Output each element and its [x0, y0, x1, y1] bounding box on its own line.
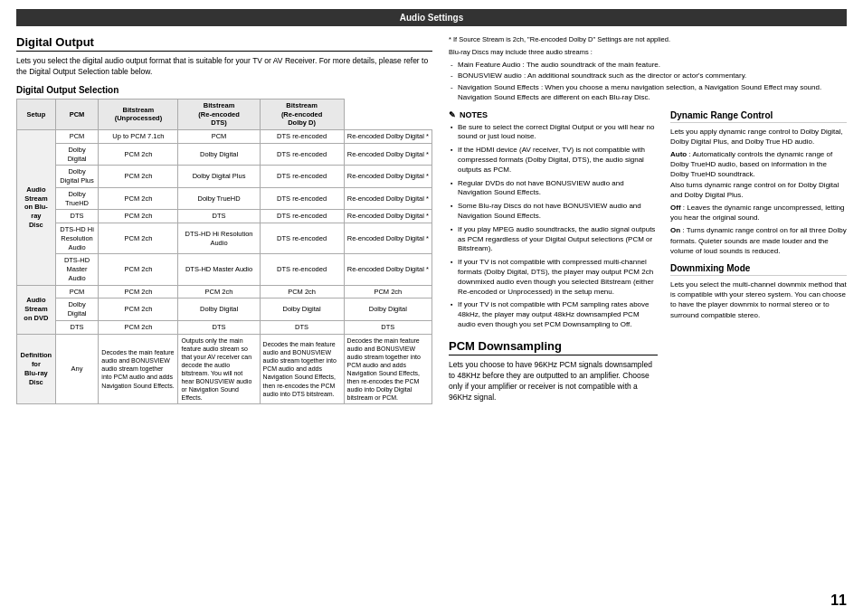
- cell: Decodes the main feature audio and BONUS…: [344, 334, 432, 404]
- cell: DTS: [344, 320, 432, 334]
- cell: PCM 2ch: [99, 285, 178, 299]
- cell: Outputs only the main feature audio stre…: [178, 334, 260, 404]
- intro-text: Lets you select the digital audio output…: [16, 56, 432, 78]
- cell: Re-encoded Dolby Digital *: [344, 210, 432, 223]
- lower-right: ✎ NOTES Be sure to select the correct Di…: [449, 110, 847, 411]
- note-item: If your TV is not compatible with PCM sa…: [449, 300, 658, 329]
- cell: DTS: [178, 320, 260, 334]
- cell: DTS re-encoded: [260, 143, 344, 166]
- downmix-body: Lets you select the multi-channel downmi…: [670, 280, 847, 320]
- cell: PCM 2ch: [99, 223, 178, 254]
- cell: DTS: [178, 210, 260, 223]
- cell: Dolby Digital: [178, 143, 260, 166]
- cell: Re-encoded Dolby Digital *: [344, 166, 432, 188]
- table-row: DTS PCM 2ch DTS DTS DTS: [17, 320, 432, 334]
- table-row: Dolby TrueHD PCM 2ch Dolby TrueHD DTS re…: [17, 187, 432, 210]
- drc-downmix-panel: Dynamic Range Control Lets you apply dyn…: [670, 110, 847, 411]
- col-setup: Setup: [17, 99, 56, 129]
- cell: DTS-HD Master Audio: [55, 254, 99, 285]
- cell: Dolby Digital: [260, 299, 344, 321]
- notes-section: ✎ NOTES Be sure to select the correct Di…: [449, 110, 658, 330]
- col-bitstream-dts: Bitstream(Re-encodedDTS): [178, 99, 260, 129]
- table-row: Dolby Digital PCM 2ch Dolby Digital Dolb…: [17, 299, 432, 321]
- table-title: Digital Output Selection: [16, 85, 432, 95]
- note-item: Regular DVDs do not have BONUSVIEW audio…: [449, 179, 658, 199]
- list-item: Main Feature Audio : The audio soundtrac…: [449, 61, 847, 71]
- cell: Re-encoded Dolby Digital *: [344, 130, 432, 144]
- cell: PCM 2ch: [99, 210, 178, 223]
- cell: Decodes the main feature audio and BONUS…: [260, 334, 344, 404]
- cell: Dolby Digital Plus: [178, 166, 260, 188]
- cell: DTS: [55, 320, 99, 334]
- digital-output-table: Setup PCM Bitstream(Unprocessed) Bitstre…: [16, 99, 432, 405]
- downmix-section: Downmixing Mode Lets you select the mult…: [670, 263, 847, 320]
- drc-title: Dynamic Range Control: [670, 110, 847, 123]
- drc-auto: Auto : Automatically controls the dynami…: [670, 149, 847, 200]
- list-item: BONUSVIEW audio : An additional soundtra…: [449, 71, 847, 81]
- cell: PCM: [55, 130, 99, 144]
- cell: Dolby TrueHD: [178, 187, 260, 210]
- group-bluray: Audio Streamon Blu-rayDisc: [17, 130, 56, 286]
- note-item: If you play MPEG audio soundtracks, the …: [449, 225, 658, 254]
- cell: Dolby Digital: [178, 299, 260, 321]
- stream-types-list: Main Feature Audio : The audio soundtrac…: [449, 61, 847, 103]
- cell: PCM 2ch: [178, 285, 260, 299]
- col-bitstream-dd: Bitstream(Re-encodedDolby D): [260, 99, 344, 129]
- group-dvd: Audio Streamon DVD: [17, 285, 56, 334]
- col-bitstream-unprocessed: Bitstream(Unprocessed): [99, 99, 178, 129]
- pcm-section: PCM Downsampling Lets you choose to have…: [449, 339, 658, 403]
- cell: Decodes the main feature audio and BONUS…: [99, 334, 178, 404]
- list-item: Navigation Sound Effects : When you choo…: [449, 83, 847, 103]
- table-row: Audio Streamon Blu-rayDisc PCM Up to PCM…: [17, 130, 432, 144]
- note-item: Be sure to select the correct Digital Ou…: [449, 123, 658, 143]
- drc-section: Dynamic Range Control Lets you apply dyn…: [670, 110, 847, 256]
- notes-and-pcm: ✎ NOTES Be sure to select the correct Di…: [449, 110, 658, 411]
- asterisk-note-2: Blu-ray Discs may include three audio st…: [449, 48, 847, 57]
- header-title: Audio Settings: [400, 13, 464, 23]
- table-row: Audio Streamon DVD PCM PCM 2ch PCM 2ch P…: [17, 285, 432, 299]
- right-column: * If Source Stream is 2ch, "Re-encoded D…: [449, 35, 847, 412]
- drc-off: Off : Leaves the dynamic range uncompres…: [670, 203, 847, 223]
- notes-heading: ✎ NOTES: [449, 110, 658, 119]
- notes-label: NOTES: [460, 110, 488, 119]
- cell: Dolby Digital Plus: [55, 166, 99, 188]
- cell: Dolby TrueHD: [55, 187, 99, 210]
- cell: DTS-HD Hi Resolution Audio: [55, 223, 99, 254]
- asterisk-note-1: * If Source Stream is 2ch, "Re-encoded D…: [449, 35, 847, 44]
- table-row: DTS-HD Master Audio PCM 2ch DTS-HD Maste…: [17, 254, 432, 285]
- col-pcm: PCM: [55, 99, 99, 129]
- cell: DTS re-encoded: [260, 223, 344, 254]
- table-row: Dolby Digital PCM 2ch Dolby Digital DTS …: [17, 143, 432, 166]
- notes-icon: ✎: [449, 110, 456, 119]
- page-number: 11: [830, 592, 847, 609]
- group-definition: Definition forBlu-ray Disc: [17, 334, 56, 404]
- page: Audio Settings Digital Output Lets you s…: [0, 0, 863, 616]
- table-row: DTS PCM 2ch DTS DTS re-encoded Re-encode…: [17, 210, 432, 223]
- cell: DTS re-encoded: [260, 254, 344, 285]
- cell: PCM 2ch: [99, 143, 178, 166]
- cell: PCM 2ch: [99, 299, 178, 321]
- cell: PCM 2ch: [99, 254, 178, 285]
- left-column: Digital Output Lets you select the digit…: [16, 35, 432, 412]
- downmix-text: Lets you select the multi-channel downmi…: [670, 280, 847, 320]
- cell: PCM: [55, 285, 99, 299]
- downmix-title: Downmixing Mode: [670, 263, 847, 276]
- cell: DTS re-encoded: [260, 166, 344, 188]
- cell: Re-encoded Dolby Digital *: [344, 254, 432, 285]
- pcm-text: Lets you choose to have 96KHz PCM signal…: [449, 360, 658, 403]
- cell: Re-encoded Dolby Digital *: [344, 223, 432, 254]
- cell: PCM 2ch: [260, 285, 344, 299]
- notes-list: Be sure to select the correct Digital Ou…: [449, 123, 658, 330]
- cell: Up to PCM 7.1ch: [99, 130, 178, 144]
- cell: DTS re-encoded: [260, 187, 344, 210]
- note-item: If the HDMI device (AV receiver, TV) is …: [449, 146, 658, 175]
- cell: DTS re-encoded: [260, 210, 344, 223]
- table-row: DTS-HD Hi Resolution Audio PCM 2ch DTS-H…: [17, 223, 432, 254]
- cell: Dolby Digital: [55, 143, 99, 166]
- cell: Re-encoded Dolby Digital *: [344, 143, 432, 166]
- cell: DTS-HD Hi Resolution Audio: [178, 223, 260, 254]
- cell: Re-encoded Dolby Digital *: [344, 187, 432, 210]
- drc-body: Lets you apply dynamic range control to …: [670, 127, 847, 256]
- drc-intro: Lets you apply dynamic range control to …: [670, 127, 847, 147]
- note-item: If your TV is not compatible with compre…: [449, 258, 658, 297]
